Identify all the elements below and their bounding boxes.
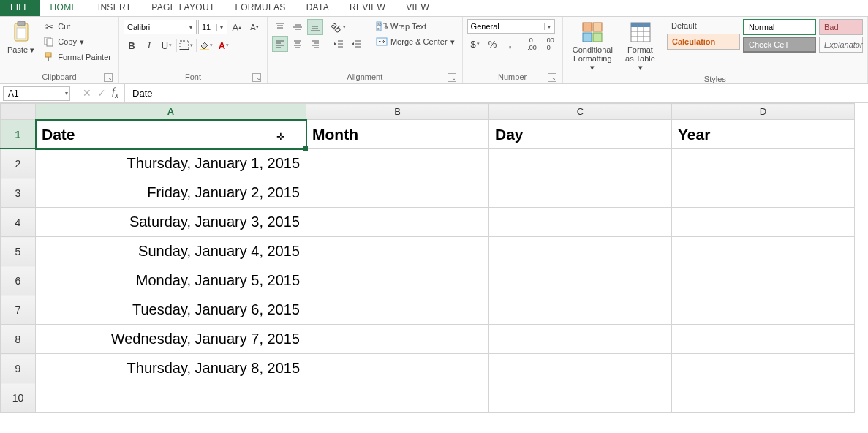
number-format-combo[interactable]: General▾ (467, 19, 555, 34)
row-header-9[interactable]: 9 (1, 354, 36, 383)
cell-D8[interactable] (672, 325, 855, 354)
row-header-4[interactable]: 4 (1, 208, 36, 237)
cell-B3[interactable] (306, 178, 489, 208)
cell-C7[interactable] (489, 295, 672, 325)
cell-D3[interactable] (672, 178, 855, 208)
tab-data[interactable]: DATA (296, 0, 339, 16)
comma-format-button[interactable]: , (502, 36, 518, 52)
column-header-D[interactable]: D (672, 104, 855, 120)
increase-font-button[interactable]: A▴ (229, 19, 245, 35)
column-header-C[interactable]: C (489, 104, 672, 120)
decrease-font-button[interactable]: A▾ (246, 19, 263, 35)
tab-formulas[interactable]: FORMULAS (225, 0, 296, 16)
align-top-button[interactable] (272, 19, 288, 35)
cell-A8[interactable]: Wednesday, January 7, 2015 (36, 325, 306, 354)
font-dialog-launcher[interactable] (252, 73, 261, 82)
cut-button[interactable]: ✂ Cut (40, 19, 114, 34)
borders-button[interactable]: ▾ (178, 37, 195, 53)
cell-B5[interactable] (306, 237, 489, 266)
decrease-indent-button[interactable] (331, 36, 347, 52)
cell-A6[interactable]: Monday, January 5, 2015 (36, 266, 306, 295)
copy-button[interactable]: Copy ▾ (40, 34, 114, 49)
style-explanatory[interactable]: Explanator (819, 37, 863, 53)
cell-B6[interactable] (306, 266, 489, 295)
insert-function-button[interactable]: fx (112, 86, 118, 100)
cell-D9[interactable] (672, 354, 855, 383)
column-header-B[interactable]: B (306, 104, 489, 120)
cell-D4[interactable] (672, 208, 855, 237)
cell-D10[interactable] (672, 383, 855, 413)
font-name-combo[interactable]: Calibri▾ (124, 20, 197, 34)
format-as-table-button[interactable]: Format as Table ▾ (621, 19, 660, 73)
enter-icon[interactable]: ✓ (97, 87, 106, 99)
cell-B10[interactable] (306, 383, 489, 413)
cell-A10[interactable] (36, 383, 306, 413)
cell-C1[interactable]: Day (489, 120, 672, 149)
tab-home[interactable]: HOME (40, 0, 88, 16)
cell-A3[interactable]: Friday, January 2, 2015 (36, 178, 306, 208)
merge-center-button[interactable]: Merge & Center ▾ (373, 34, 458, 49)
cell-D6[interactable] (672, 266, 855, 295)
percent-format-button[interactable]: % (485, 36, 501, 52)
cell-A5[interactable]: Sunday, January 4, 2015 (36, 237, 306, 266)
cell-B7[interactable] (306, 295, 489, 325)
increase-indent-button[interactable] (348, 36, 364, 52)
cell-B8[interactable] (306, 325, 489, 354)
font-color-button[interactable]: A▾ (216, 37, 232, 53)
format-painter-button[interactable]: Format Painter (40, 50, 114, 64)
cell-C9[interactable] (489, 354, 672, 383)
cell-B1[interactable]: Month (306, 120, 489, 149)
align-bottom-button[interactable] (307, 19, 323, 35)
style-check-cell[interactable]: Check Cell (743, 37, 816, 53)
decrease-decimal-button[interactable]: .00.0 (542, 36, 558, 52)
clipboard-dialog-launcher[interactable] (104, 73, 113, 82)
cell-A4[interactable]: Saturday, January 3, 2015 (36, 208, 306, 237)
cell-C5[interactable] (489, 237, 672, 266)
increase-decimal-button[interactable]: .0.00 (524, 36, 540, 52)
accounting-format-button[interactable]: $▾ (467, 36, 483, 52)
paste-button[interactable]: Paste ▾ (4, 19, 37, 71)
name-box[interactable]: A1 ▾ (3, 86, 70, 101)
wrap-text-button[interactable]: abc Wrap Text (373, 19, 458, 34)
cell-A2[interactable]: Thursday, January 1, 2015 (36, 149, 306, 178)
font-size-combo[interactable]: 11▾ (198, 20, 227, 34)
row-header-10[interactable]: 10 (1, 383, 36, 413)
select-all-corner[interactable] (1, 104, 36, 120)
cell-B2[interactable] (306, 149, 489, 178)
cell-A7[interactable]: Tuesday, January 6, 2015 (36, 295, 306, 325)
align-middle-button[interactable] (290, 19, 306, 35)
style-bad[interactable]: Bad (819, 19, 863, 35)
column-header-A[interactable]: A (36, 104, 306, 120)
cell-C2[interactable] (489, 149, 672, 178)
formula-input[interactable]: Date (124, 84, 868, 102)
cell-A1[interactable]: Date (36, 120, 306, 149)
number-dialog-launcher[interactable] (548, 73, 556, 82)
cell-C3[interactable] (489, 178, 672, 208)
cell-C6[interactable] (489, 266, 672, 295)
row-header-3[interactable]: 3 (1, 178, 36, 208)
row-header-1[interactable]: 1 (1, 120, 36, 149)
cell-C4[interactable] (489, 208, 672, 237)
style-normal[interactable]: Normal (743, 19, 816, 35)
italic-button[interactable]: I (141, 37, 157, 53)
tab-file[interactable]: FILE (0, 0, 40, 16)
spreadsheet-grid[interactable]: ABCD1DateMonthDayYear2Thursday, January … (0, 103, 868, 413)
cell-B9[interactable] (306, 354, 489, 383)
conditional-formatting-button[interactable]: Conditional Formatting ▾ (567, 19, 618, 73)
row-header-6[interactable]: 6 (1, 266, 36, 295)
cell-C10[interactable] (489, 383, 672, 413)
cell-D7[interactable] (672, 295, 855, 325)
row-header-5[interactable]: 5 (1, 237, 36, 266)
orientation-button[interactable]: ab▾ (331, 19, 347, 35)
cancel-icon[interactable]: ✕ (83, 87, 91, 99)
cell-B4[interactable] (306, 208, 489, 237)
underline-button[interactable]: U▾ (159, 37, 175, 53)
row-header-8[interactable]: 8 (1, 325, 36, 354)
bold-button[interactable]: B (124, 37, 140, 53)
cell-D2[interactable] (672, 149, 855, 178)
cell-A9[interactable]: Thursday, January 8, 2015 (36, 354, 306, 383)
tab-insert[interactable]: INSERT (88, 0, 142, 16)
tab-page-layout[interactable]: PAGE LAYOUT (141, 0, 224, 16)
cell-D1[interactable]: Year (672, 120, 855, 149)
row-header-2[interactable]: 2 (1, 149, 36, 178)
